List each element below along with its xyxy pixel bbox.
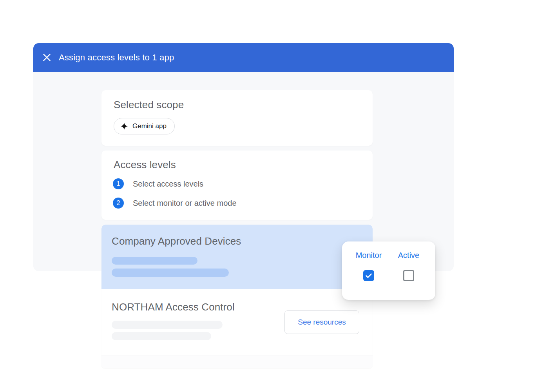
skeleton-bar bbox=[112, 257, 197, 265]
active-checkbox[interactable] bbox=[403, 270, 414, 281]
access-levels-card: Access levels 1 Select access levels 2 S… bbox=[101, 151, 373, 220]
gemini-app-chip[interactable]: Gemini app bbox=[114, 118, 175, 134]
access-level-item-company-approved-devices[interactable]: Company Approved Devices bbox=[101, 225, 373, 289]
step-number-badge: 1 bbox=[113, 178, 124, 189]
selected-scope-heading: Selected scope bbox=[114, 99, 184, 111]
access-levels-heading: Access levels bbox=[114, 159, 176, 171]
skeleton-bar bbox=[112, 269, 229, 277]
mode-selection-popup: Monitor Active bbox=[342, 241, 435, 300]
step-label: Select monitor or active mode bbox=[133, 199, 237, 208]
next-list-item-peek bbox=[101, 356, 373, 368]
step-number-badge: 2 bbox=[113, 198, 124, 209]
access-level-list: Company Approved Devices NORTHAM Access … bbox=[101, 225, 373, 368]
monitor-checkbox[interactable] bbox=[363, 270, 374, 281]
step-row-1: 1 Select access levels bbox=[113, 178, 203, 189]
monitor-column: Monitor bbox=[352, 251, 385, 300]
dialog-title: Assign access levels to 1 app bbox=[59, 53, 174, 63]
active-label: Active bbox=[398, 251, 419, 260]
step-label: Select access levels bbox=[133, 180, 203, 189]
see-resources-button[interactable]: See resources bbox=[284, 310, 359, 334]
monitor-label: Monitor bbox=[356, 251, 382, 260]
selected-scope-card: Selected scope Gemini app bbox=[101, 90, 373, 146]
access-level-item-northam-access-control[interactable]: NORTHAM Access Control See resources bbox=[101, 289, 373, 356]
gemini-sparkle-icon bbox=[120, 122, 128, 130]
check-icon bbox=[364, 271, 373, 280]
skeleton-bar bbox=[112, 332, 211, 340]
active-column: Active bbox=[392, 251, 425, 300]
screenshot-stage: Assign access levels to 1 app Selected s… bbox=[0, 0, 536, 392]
dialog-header: Assign access levels to 1 app bbox=[33, 43, 454, 72]
chip-label: Gemini app bbox=[132, 122, 167, 130]
close-icon[interactable] bbox=[42, 53, 52, 63]
access-level-name: Company Approved Devices bbox=[112, 235, 241, 247]
skeleton-bar bbox=[112, 321, 223, 329]
access-level-name: NORTHAM Access Control bbox=[112, 301, 235, 313]
step-row-2: 2 Select monitor or active mode bbox=[113, 198, 237, 209]
